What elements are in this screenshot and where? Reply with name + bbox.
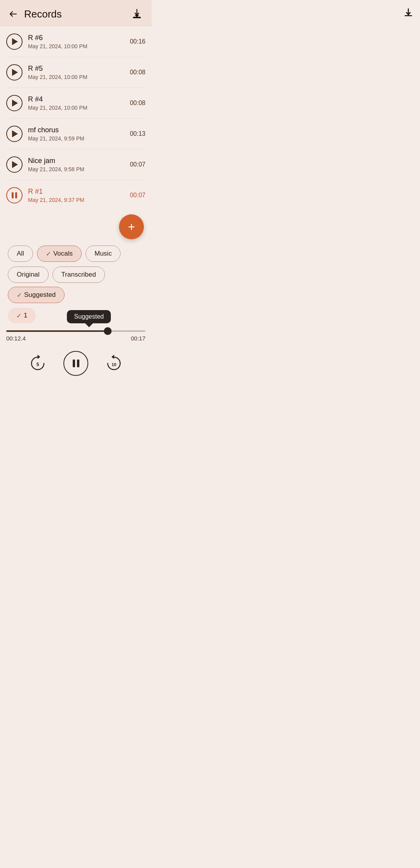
record-date: May 21, 2024, 10:00 PM (28, 74, 130, 80)
record-date: May 21, 2024, 9:59 PM (28, 135, 130, 142)
record-name: R #4 (28, 95, 130, 103)
pause-playback-button[interactable] (63, 351, 88, 376)
add-record-button[interactable]: + (119, 214, 144, 239)
play-icon (12, 69, 18, 76)
filter-all-label: All (17, 250, 24, 258)
record-duration: 00:07 (130, 161, 145, 168)
filter-section: All ✓ Vocals Music Original Transcribed … (0, 245, 152, 330)
play-button-r6[interactable] (6, 33, 23, 50)
pause-icon (12, 192, 17, 198)
play-button-r4[interactable] (6, 95, 23, 111)
count-check-icon: ✓ (16, 312, 21, 319)
filter-vocals[interactable]: ✓ Vocals (37, 245, 82, 262)
fab-container: + (0, 210, 152, 245)
record-item[interactable]: Nice jam May 21, 2024, 9:58 PM 00:07 (6, 149, 145, 180)
record-name: R #1 (28, 188, 130, 196)
pause-button-r1[interactable] (6, 187, 23, 203)
record-info-r4: R #4 May 21, 2024, 10:00 PM (28, 95, 130, 111)
record-info-r6: R #6 May 21, 2024, 10:00 PM (28, 34, 130, 49)
page-title: Records (24, 8, 130, 20)
filter-music-label: Music (94, 250, 112, 258)
filter-original[interactable]: Original (8, 267, 49, 283)
filter-music[interactable]: Music (86, 245, 121, 262)
filter-transcribed[interactable]: Transcribed (52, 267, 105, 283)
forward-button[interactable]: 10 (104, 353, 124, 374)
count-value: 1 (24, 312, 27, 319)
tooltip-text: Suggested (74, 313, 104, 320)
download-button[interactable] (130, 7, 144, 21)
progress-fill (6, 330, 108, 332)
record-name: mf chorus (28, 126, 130, 134)
progress-current: 00:12.4 (6, 335, 26, 342)
count-chip[interactable]: ✓ 1 (8, 308, 36, 323)
filter-row-1: All ✓ Vocals Music (8, 245, 144, 262)
record-list: R #6 May 21, 2024, 10:00 PM 00:16 R #5 M… (0, 26, 152, 210)
check-icon: ✓ (17, 291, 22, 299)
progress-total: 00:17 (131, 335, 145, 342)
record-item[interactable]: R #6 May 21, 2024, 10:00 PM 00:16 (6, 26, 145, 57)
play-icon (12, 38, 18, 45)
play-button-r5[interactable] (6, 64, 23, 81)
record-item[interactable]: R #5 May 21, 2024, 10:00 PM 00:08 (6, 57, 145, 88)
play-icon (12, 130, 18, 137)
filter-suggested[interactable]: ✓ Suggested (8, 287, 65, 303)
forward-label: 10 (112, 362, 116, 367)
header: Records (0, 0, 152, 26)
record-date: May 21, 2024, 10:00 PM (28, 43, 130, 49)
record-name: R #6 (28, 34, 130, 42)
playback-controls: 5 10 (0, 347, 152, 385)
filter-original-label: Original (17, 271, 40, 279)
pause-playback-icon (73, 359, 79, 367)
record-date: May 21, 2024, 9:37 PM (28, 197, 130, 203)
filter-row-2: Original Transcribed ✓ Suggested (8, 267, 144, 303)
filter-all[interactable]: All (8, 245, 33, 262)
record-name: R #5 (28, 65, 130, 73)
play-button-nice-jam[interactable] (6, 156, 23, 173)
plus-icon: + (128, 221, 135, 233)
record-duration: 00:07 (130, 192, 145, 199)
record-duration: 00:08 (130, 69, 145, 76)
rewind-label: 5 (37, 362, 39, 367)
record-duration: 00:08 (130, 100, 145, 107)
check-icon: ✓ (46, 250, 51, 258)
record-item-active[interactable]: R #1 May 21, 2024, 9:37 PM 00:07 (6, 180, 145, 210)
progress-section: 00:12.4 00:17 (0, 330, 152, 347)
play-icon (12, 100, 18, 107)
filter-vocals-label: Vocals (53, 250, 73, 258)
filter-suggested-label: Suggested (24, 291, 56, 299)
record-name: Nice jam (28, 157, 130, 165)
progress-times: 00:12.4 00:17 (6, 332, 145, 347)
record-date: May 21, 2024, 9:58 PM (28, 166, 130, 172)
record-duration: 00:13 (130, 130, 145, 137)
play-button-mf-chorus[interactable] (6, 126, 23, 142)
record-duration: 00:16 (130, 38, 145, 45)
filter-transcribed-label: Transcribed (61, 271, 96, 279)
record-info-r1: R #1 May 21, 2024, 9:37 PM (28, 188, 130, 203)
record-info-r5: R #5 May 21, 2024, 10:00 PM (28, 65, 130, 80)
record-info-mf-chorus: mf chorus May 21, 2024, 9:59 PM (28, 126, 130, 142)
progress-track[interactable] (6, 330, 145, 332)
record-date: May 21, 2024, 10:00 PM (28, 105, 130, 111)
back-button[interactable] (6, 7, 20, 21)
record-item[interactable]: R #4 May 21, 2024, 10:00 PM 00:08 (6, 88, 145, 119)
record-item[interactable]: mf chorus May 21, 2024, 9:59 PM 00:13 (6, 119, 145, 149)
tooltip-bubble: Suggested (67, 310, 111, 323)
record-info-nice-jam: Nice jam May 21, 2024, 9:58 PM (28, 157, 130, 172)
rewind-button[interactable]: 5 (28, 353, 48, 374)
progress-thumb[interactable] (104, 327, 112, 335)
play-icon (12, 161, 18, 168)
